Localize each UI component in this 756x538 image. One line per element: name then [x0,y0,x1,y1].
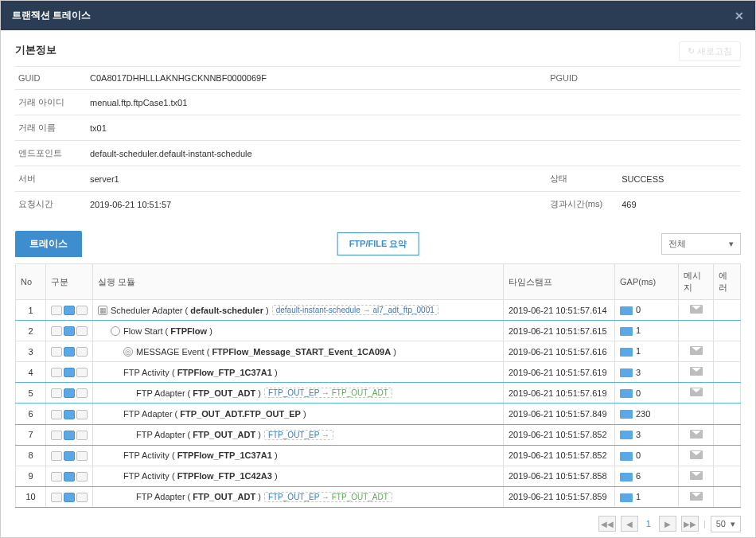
modal-title: 트랜잭션 트레이스 [12,9,91,22]
close-icon[interactable]: ✕ [735,10,744,22]
txname-label: 거래 이름 [15,115,87,141]
row-message[interactable] [679,445,714,466]
kind-icon [51,368,62,377]
module-text: FTP Activity ( FTPFlow_FTP_1C42A3 ) [123,471,278,481]
page-size-select[interactable]: 50 ▾ [711,516,741,532]
endpoint-label: 엔드포인트 [15,141,87,166]
row-kind-icons [46,341,93,362]
table-row[interactable]: 6FTP Adapter ( FTP_OUT_ADT.FTP_OUT_EP )2… [16,404,741,424]
row-message[interactable] [679,362,714,383]
txname-value: tx01 [87,115,741,141]
col-module: 실행 모듈 [93,264,504,300]
row-kind-icons [46,362,93,383]
elapsed-label: 경과시간(ms) [547,192,618,217]
table-row[interactable]: 10FTP Adapter ( FTP_OUT_ADT ) FTP_OUT_EP… [16,486,741,507]
kind-icon [64,431,75,440]
gap-bar-icon [620,348,633,357]
row-timestamp: 2019-06-21 10:51:57.616 [504,341,615,362]
page-first-button[interactable]: ◀◀ [598,516,616,532]
module-text: FTP Adapter ( FTP_OUT_ADT ) [136,430,261,439]
row-gap: 1 [615,486,679,507]
row-message[interactable] [679,383,714,404]
col-kind: 구분 [46,264,93,300]
server-value: server1 [87,166,547,192]
row-message[interactable] [679,486,714,507]
kind-icon [64,388,75,398]
trace-toolbar: 트레이스 FTP/FILE 요약 전체 ▾ [15,231,741,257]
event-icon: ◎ [123,347,133,357]
col-err: 에러 [714,264,741,300]
page-prev-button[interactable]: ◀ [621,516,638,532]
page-number[interactable]: 1 [643,519,654,528]
table-row[interactable]: 2Flow Start ( FTPFlow )2019-06-21 10:51:… [16,321,741,341]
ftp-file-summary-button[interactable]: FTP/FILE 요약 [337,232,419,255]
row-error [714,404,741,424]
mail-icon [690,367,703,376]
kind-icon [51,451,62,461]
table-row[interactable]: 5FTP Adapter ( FTP_OUT_ADT ) FTP_OUT_EP … [16,383,741,404]
kind-icon [76,410,88,419]
row-no: 2 [16,321,46,341]
kind-icon [64,306,75,315]
row-gap: 6 [615,466,679,486]
row-no: 9 [16,466,46,486]
row-module: FTP Adapter ( FTP_OUT_ADT.FTP_OUT_EP ) [93,404,504,424]
row-message[interactable] [679,424,714,445]
table-row[interactable]: 3◎MESSAGE Event ( FTPFlow_Message_START_… [16,341,741,362]
kind-icon [64,326,75,336]
row-timestamp: 2019-06-21 10:51:57.619 [504,362,615,383]
row-no: 8 [16,445,46,466]
gap-bar-icon [620,327,633,336]
tab-trace[interactable]: 트레이스 [15,231,82,257]
kind-icon [76,431,88,440]
kind-icon [76,306,88,315]
reqtime-label: 요청시간 [15,192,87,217]
table-row[interactable]: 8FTP Activity ( FTPFlow_FTP_1C37A1 )2019… [16,445,741,466]
gap-bar-icon [620,410,633,419]
status-label: 상태 [547,166,618,192]
table-row[interactable]: 9FTP Activity ( FTPFlow_FTP_1C42A3 )2019… [16,466,741,486]
refresh-button[interactable]: ↻ 새로고침 [679,41,741,61]
row-module: FTP Adapter ( FTP_OUT_ADT ) FTP_OUT_EP → [93,424,504,445]
kind-icon [51,493,62,502]
row-kind-icons [46,466,93,486]
row-kind-icons [46,404,93,424]
basic-info-header: 기본정보 ↻ 새로고침 [15,41,741,61]
txid-label: 거래 아이디 [15,90,87,115]
table-row[interactable]: 4FTP Activity ( FTPFlow_FTP_1C37A1 )2019… [16,362,741,383]
status-value: SUCCESS [618,166,741,192]
row-message [679,321,714,341]
row-timestamp: 2019-06-21 10:51:57.849 [504,404,615,424]
kind-icon [51,431,62,440]
row-timestamp: 2019-06-21 10:51:57.859 [504,486,615,507]
page-last-button[interactable]: ▶▶ [681,516,699,532]
page-next-button[interactable]: ▶ [659,516,676,532]
mail-icon [690,492,703,501]
row-module: FTP Adapter ( FTP_OUT_ADT ) FTP_OUT_EP →… [93,383,504,404]
pguid-label: PGUID [547,67,618,90]
row-no: 5 [16,383,46,404]
filter-select[interactable]: 전체 ▾ [661,233,741,255]
module-text: FTP Activity ( FTPFlow_FTP_1C37A1 ) [123,450,278,460]
module-text: Scheduler Adapter ( default-scheduler ) [111,306,269,315]
row-no: 6 [16,404,46,424]
module-ref-chip: FTP_OUT_EP → FTP_OUT_ADT [264,492,392,502]
row-no: 10 [16,486,46,507]
row-error [714,466,741,486]
table-row[interactable]: 1▦Scheduler Adapter ( default-scheduler … [16,300,741,321]
row-message[interactable] [679,466,714,486]
row-kind-icons [46,383,93,404]
txid-value: menual.ftp.ftpCase1.tx01 [87,90,741,115]
row-timestamp: 2019-06-21 10:51:57.619 [504,383,615,404]
gap-bar-icon [620,306,633,315]
row-timestamp: 2019-06-21 10:51:57.615 [504,321,615,341]
filter-value: 전체 [668,238,686,250]
row-gap: 1 [615,341,679,362]
row-message[interactable] [679,341,714,362]
kind-icon [76,326,88,336]
row-message[interactable] [679,300,714,321]
row-module: ◎MESSAGE Event ( FTPFlow_Message_START_E… [93,341,504,362]
gap-bar-icon [620,452,633,461]
table-row[interactable]: 7FTP Adapter ( FTP_OUT_ADT ) FTP_OUT_EP … [16,424,741,445]
guid-value: C0A8017DHHLLLAKNHGCKNNBF0000069F [87,67,547,90]
